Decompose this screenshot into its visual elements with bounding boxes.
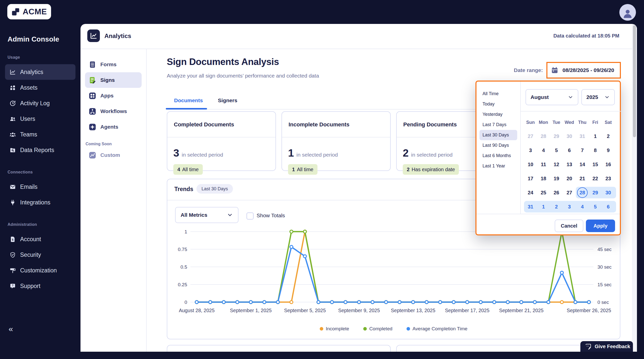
calendar-day[interactable]: 13: [563, 159, 576, 170]
calendar-day[interactable]: 3: [524, 145, 537, 156]
data-point-average-completion-time[interactable]: [249, 301, 252, 304]
sidebar-item-activity-log[interactable]: Activity Log: [5, 95, 75, 111]
preset-last-30-days[interactable]: Last 30 Days: [479, 130, 517, 140]
calendar-day[interactable]: 2: [550, 201, 563, 212]
date-range-input[interactable]: 08/28/2025 - 09/26/20: [546, 62, 621, 79]
calendar-day[interactable]: 22: [589, 173, 602, 184]
calendar-day[interactable]: 30: [563, 130, 576, 142]
calendar-day[interactable]: 4: [537, 145, 550, 156]
sidebar-item-support[interactable]: ?Support: [5, 278, 75, 294]
data-point-average-completion-time[interactable]: [276, 301, 279, 304]
sidebar-item-data-reports[interactable]: Data Reports: [5, 142, 75, 158]
calendar-day[interactable]: 25: [537, 187, 550, 198]
data-point-completed[interactable]: [303, 230, 306, 233]
apply-button[interactable]: Apply: [586, 220, 615, 232]
calendar-day[interactable]: 17: [524, 173, 537, 184]
data-point-average-completion-time[interactable]: [412, 301, 415, 304]
calendar-day[interactable]: 26: [550, 187, 563, 198]
calendar-day[interactable]: 11: [537, 159, 550, 170]
calendar-day[interactable]: 27: [524, 130, 537, 142]
data-point-average-completion-time[interactable]: [222, 301, 225, 304]
data-point-average-completion-time[interactable]: [385, 301, 388, 304]
data-point-average-completion-time[interactable]: [344, 301, 347, 304]
data-point-average-completion-time[interactable]: [425, 301, 428, 304]
data-point-average-completion-time[interactable]: [290, 245, 293, 248]
data-point-average-completion-time[interactable]: [466, 301, 469, 304]
calendar-day[interactable]: 21: [576, 173, 589, 184]
calendar-day[interactable]: 10: [524, 159, 537, 170]
preset-last-7-days[interactable]: Last 7 Days: [479, 120, 517, 130]
data-point-incomplete[interactable]: [560, 301, 564, 304]
data-point-average-completion-time[interactable]: [195, 301, 198, 304]
data-point-average-completion-time[interactable]: [317, 301, 320, 304]
calendar-day[interactable]: 4: [576, 201, 589, 212]
calendar-day[interactable]: 5: [589, 201, 602, 212]
preset-last-1-year[interactable]: Last 1 Year: [479, 161, 517, 171]
calendar-day[interactable]: 31: [576, 130, 589, 142]
calendar-day[interactable]: 6: [602, 201, 615, 212]
calendar-day[interactable]: 9: [602, 145, 615, 156]
calendar-day[interactable]: 18: [537, 173, 550, 184]
data-point-incomplete[interactable]: [290, 301, 293, 304]
calendar-day[interactable]: 3: [563, 201, 576, 212]
subnav-item-apps[interactable]: Apps: [85, 88, 142, 103]
sidebar-item-security[interactable]: Security: [5, 247, 75, 263]
sidebar-item-analytics[interactable]: Analytics: [5, 64, 75, 80]
data-point-average-completion-time[interactable]: [452, 301, 455, 304]
calendar-day[interactable]: 12: [550, 159, 563, 170]
data-point-average-completion-time[interactable]: [574, 301, 577, 304]
calendar-day[interactable]: 14: [576, 159, 589, 170]
preset-last-90-days[interactable]: Last 90 Days: [479, 140, 517, 151]
calendar-day[interactable]: 16: [602, 159, 615, 170]
sidebar-item-customization[interactable]: Customization: [5, 263, 75, 278]
data-point-average-completion-time[interactable]: [493, 301, 496, 304]
sidebar-item-integrations[interactable]: Integrations: [5, 195, 75, 210]
calendar-day[interactable]: 28: [537, 130, 550, 142]
calendar-day[interactable]: 29: [550, 130, 563, 142]
data-point-average-completion-time[interactable]: [331, 301, 334, 304]
data-point-average-completion-time[interactable]: [533, 301, 536, 304]
calendar-day[interactable]: 5: [550, 145, 563, 156]
calendar-day[interactable]: 30: [602, 187, 615, 198]
data-point-average-completion-time[interactable]: [587, 301, 590, 304]
preset-all-time[interactable]: All Time: [479, 89, 517, 99]
sidebar-item-emails[interactable]: Emails: [5, 179, 75, 195]
brand-logo[interactable]: ACME: [7, 4, 51, 19]
calendar-day[interactable]: 24: [524, 187, 537, 198]
data-point-average-completion-time[interactable]: [479, 301, 482, 304]
preset-last-6-months[interactable]: Last 6 Months: [479, 151, 517, 161]
tab-documents[interactable]: Documents: [174, 97, 203, 107]
calendar-day[interactable]: 7: [576, 145, 589, 156]
data-point-average-completion-time[interactable]: [398, 301, 401, 304]
subnav-item-signs[interactable]: Signs: [85, 72, 142, 88]
user-avatar[interactable]: [619, 4, 636, 21]
subnav-item-workflows[interactable]: Workflows: [85, 103, 142, 119]
data-point-average-completion-time[interactable]: [520, 301, 523, 304]
data-point-average-completion-time[interactable]: [236, 301, 239, 304]
data-point-average-completion-time[interactable]: [263, 301, 266, 304]
cancel-button[interactable]: Cancel: [555, 220, 583, 232]
calendar-day[interactable]: 29: [589, 187, 602, 198]
data-point-average-completion-time[interactable]: [209, 301, 212, 304]
data-point-average-completion-time[interactable]: [560, 271, 564, 274]
show-totals-checkbox[interactable]: [247, 212, 254, 220]
sidebar-item-assets[interactable]: Assets: [5, 80, 75, 95]
metric-filter-select[interactable]: All Metrics: [175, 207, 238, 223]
data-point-average-completion-time[interactable]: [547, 301, 550, 304]
calendar-day[interactable]: 15: [589, 159, 602, 170]
sidebar-item-account[interactable]: $Account: [5, 231, 75, 247]
data-point-average-completion-time[interactable]: [506, 301, 509, 304]
data-point-average-completion-time[interactable]: [371, 301, 374, 304]
scrollbar-thumb[interactable]: [633, 25, 636, 137]
data-point-average-completion-time[interactable]: [303, 255, 306, 258]
calendar-day[interactable]: 31: [524, 201, 537, 212]
subnav-item-forms[interactable]: Forms: [85, 57, 142, 72]
calendar-day[interactable]: 27: [563, 187, 576, 198]
preset-yesterday[interactable]: Yesterday: [479, 109, 517, 120]
calendar-day[interactable]: 20: [563, 173, 576, 184]
data-point-completed[interactable]: [290, 230, 293, 233]
subnav-item-agents[interactable]: Agents: [85, 119, 142, 135]
month-select[interactable]: August: [526, 89, 578, 105]
tab-signers[interactable]: Signers: [218, 97, 237, 107]
data-point-average-completion-time[interactable]: [357, 301, 360, 304]
